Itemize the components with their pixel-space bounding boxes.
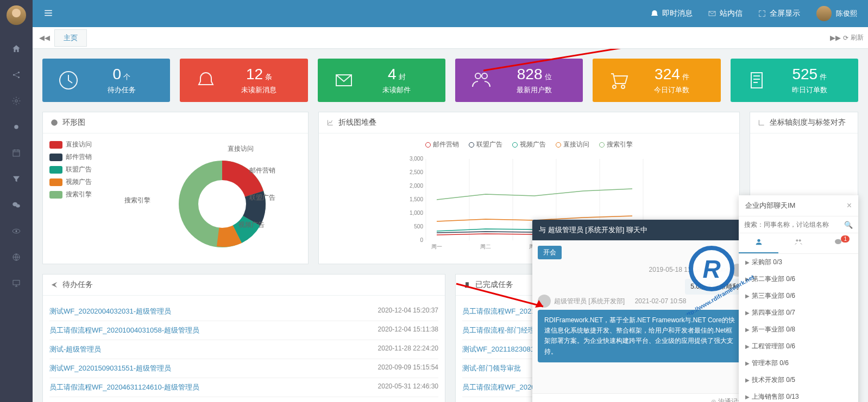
svg-point-7 xyxy=(16,205,20,208)
dept-item[interactable]: ▶ 第四事业部 0/7 xyxy=(739,304,858,321)
tabbar: ◀◀ 主页 ▶▶ ⟳刷新 xyxy=(33,27,868,49)
svg-rect-11 xyxy=(13,280,20,285)
pie-label: 视频广告 xyxy=(238,220,265,229)
nav-globe-icon[interactable] xyxy=(0,244,33,270)
legend-item[interactable]: 搜索引擎 xyxy=(49,190,92,199)
pending-title: 待办任务 xyxy=(62,280,93,290)
tab-scroll-left-icon[interactable]: ◀◀ xyxy=(37,30,52,46)
chat-record-link[interactable]: ⊙ 沟通记录 xyxy=(538,397,744,402)
legend-item[interactable]: 视频广告 xyxy=(512,140,546,149)
im-search-input[interactable] xyxy=(739,216,858,233)
inbox-button[interactable]: 站内信 xyxy=(708,9,743,18)
svg-point-9 xyxy=(16,231,17,232)
task-item[interactable]: 测试-超级管理员2020-11-28 22:24:20 xyxy=(49,340,438,359)
legend-item[interactable]: 联盟广告 xyxy=(469,140,502,149)
done-title: 已完成任务 xyxy=(475,280,513,290)
legend-item[interactable]: 搜索引擎 xyxy=(599,140,633,149)
svg-text:1,500: 1,500 xyxy=(410,196,423,202)
legend-item[interactable]: 联盟广告 xyxy=(49,165,92,174)
sidebar-avatar[interactable] xyxy=(7,5,26,25)
svg-rect-5 xyxy=(13,150,20,156)
svg-text:3,000: 3,000 xyxy=(410,156,423,162)
task-item[interactable]: 测试WF_20202004032031-超级管理员2020-12-04 15:2… xyxy=(49,302,438,321)
nav-calendar-icon[interactable] xyxy=(0,140,33,166)
svg-point-42 xyxy=(799,239,801,241)
legend-item[interactable]: 视频广告 xyxy=(49,177,92,187)
pie-panel: 环形图 直接访问邮件营销联盟广告视频广告搜索引擎 xyxy=(42,112,309,264)
svg-point-40 xyxy=(757,239,760,242)
legend-item[interactable]: 邮件营销 xyxy=(49,152,92,162)
im-tab-messages[interactable]: 1 xyxy=(819,233,858,253)
avatar xyxy=(816,6,832,21)
stat-card[interactable]: 828位最新用户数 xyxy=(455,59,583,102)
svg-text:500: 500 xyxy=(414,224,423,229)
legend-item[interactable]: 直接访问 xyxy=(556,140,589,149)
fullscreen-button[interactable]: 全屏显示 xyxy=(758,9,800,18)
dept-item[interactable]: ▶ 工程管理部 0/6 xyxy=(739,338,858,355)
topbar: 即时消息 站内信 全屏显示 陈俊熙 xyxy=(33,0,868,27)
sidebar xyxy=(0,0,33,402)
pie-label: 直接访问 xyxy=(228,144,254,154)
svg-text:2,500: 2,500 xyxy=(410,169,423,175)
im-tab-contacts[interactable] xyxy=(739,233,778,253)
tab-scroll-right-icon[interactable]: ▶▶ xyxy=(828,30,843,46)
legend-item[interactable]: 邮件营销 xyxy=(425,140,459,149)
stat-card[interactable]: 324件今日订单数 xyxy=(593,59,720,102)
dept-item[interactable]: ▶ 上海销售部 0/13 xyxy=(739,388,858,402)
close-icon[interactable]: × xyxy=(847,201,852,210)
dept-item[interactable]: ▶ 技术开发部 0/5 xyxy=(739,372,858,388)
stat-card[interactable]: 12条未读新消息 xyxy=(180,59,307,102)
nav-home-icon[interactable] xyxy=(0,36,33,62)
chat-message: RDIFramework.NET，基于全新.NET Framework与.NET… xyxy=(538,310,744,362)
menu-toggle-icon[interactable] xyxy=(43,8,53,20)
dept-item[interactable]: ▶ 管理本部 0/6 xyxy=(739,355,858,372)
stat-card[interactable]: 0个待办任务 xyxy=(42,59,170,102)
username: 陈俊熙 xyxy=(836,9,857,18)
svg-point-1 xyxy=(18,72,20,73)
nav-wechat-icon[interactable] xyxy=(0,192,33,218)
axis-title: 坐标轴刻度与标签对齐 xyxy=(770,118,846,127)
line-title: 折线图堆叠 xyxy=(338,118,376,127)
nav-monitor-icon[interactable] xyxy=(0,270,33,296)
task-item[interactable]: 员工请假流程WF_20204631124610-超级管理员2020-05-31 … xyxy=(49,378,438,397)
avatar-icon xyxy=(538,295,551,308)
svg-point-3 xyxy=(15,100,18,103)
im-tab-groups[interactable] xyxy=(778,233,818,253)
dept-item[interactable]: ▶ 第三事业部 0/6 xyxy=(739,288,858,304)
dept-item[interactable]: ▶ 采购部 0/3 xyxy=(739,254,858,271)
im-panel: 企业内部聊天IM× 🔍 1 ▶ 采购部 0/3▶ 第二事业部 0/6▶ 第三事业… xyxy=(739,195,858,402)
refresh-button[interactable]: ⟳刷新 xyxy=(843,33,864,42)
nav-share-icon[interactable] xyxy=(0,62,33,88)
stat-card[interactable]: 525件昨日订单数 xyxy=(731,59,858,102)
svg-text:周二: 周二 xyxy=(480,244,491,250)
pie-label: 联盟广告 xyxy=(249,193,275,202)
stat-card[interactable]: 4封未读邮件 xyxy=(318,59,445,102)
svg-point-17 xyxy=(613,85,616,88)
svg-point-2 xyxy=(18,76,20,78)
task-item[interactable]: 测试WF_20201509031551-超级管理员2020-09-09 15:1… xyxy=(49,359,438,378)
pie-label: 邮件营销 xyxy=(249,166,275,175)
svg-point-15 xyxy=(475,73,481,79)
svg-text:0: 0 xyxy=(420,237,423,243)
search-icon[interactable]: 🔍 xyxy=(844,221,853,229)
nav-filter-icon[interactable] xyxy=(0,166,33,192)
chat-message: 5.0版本发布顺利 xyxy=(685,279,744,295)
nav-gears-icon[interactable] xyxy=(0,88,33,114)
svg-point-41 xyxy=(796,239,798,241)
pending-tasks-panel: 待办任务 测试WF_20202004032031-超级管理员2020-12-04… xyxy=(42,274,445,402)
svg-text:周一: 周一 xyxy=(431,244,442,250)
instant-message-button[interactable]: 即时消息 xyxy=(650,9,693,18)
dept-item[interactable]: ▶ 第二事业部 0/6 xyxy=(739,271,858,288)
legend-item[interactable]: 直接访问 xyxy=(49,140,92,149)
svg-rect-19 xyxy=(751,73,762,88)
svg-point-4 xyxy=(14,125,18,129)
chat-titlebar[interactable]: 与 超级管理员 [系统开发部] 聊天中 × xyxy=(532,220,750,240)
nav-bug-icon[interactable] xyxy=(0,114,33,140)
task-item[interactable]: 员工请假流程WF_20201004031058-超级管理员2020-12-04 … xyxy=(49,321,438,340)
user-menu[interactable]: 陈俊熙 xyxy=(816,6,857,21)
nav-eye-icon[interactable] xyxy=(0,218,33,244)
svg-text:2,000: 2,000 xyxy=(410,183,423,189)
dept-item[interactable]: ▶ 第一事业部 0/8 xyxy=(739,321,858,338)
chat-window: 与 超级管理员 [系统开发部] 聊天中 × 开会 2019-05-18 11:1… xyxy=(532,220,750,402)
tab-home[interactable]: 主页 xyxy=(54,29,87,47)
